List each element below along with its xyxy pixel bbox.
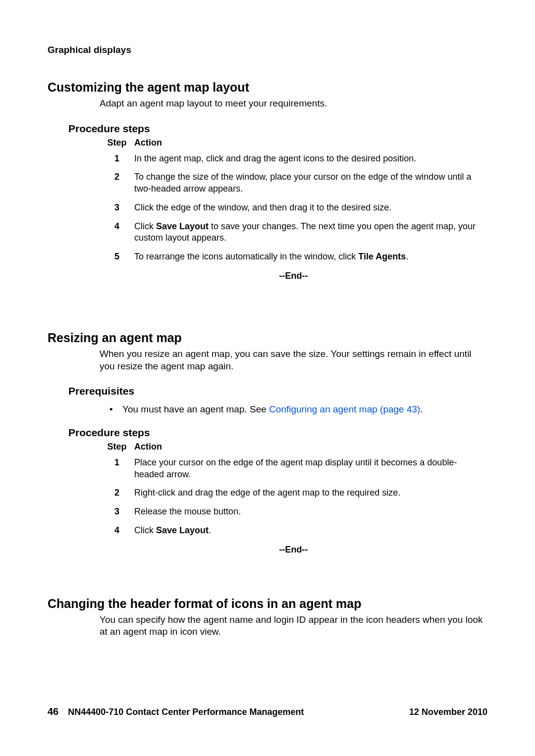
step-action: Click the edge of the window, and then d…: [134, 200, 486, 219]
text: Click: [134, 525, 156, 535]
footer-left: 46 NN44400-710 Contact Center Performanc…: [48, 706, 304, 717]
text: .: [209, 525, 211, 535]
step-number: 1: [100, 151, 134, 170]
step-number: 1: [100, 455, 134, 486]
page-footer: 46 NN44400-710 Contact Center Performanc…: [48, 706, 487, 717]
table-row: 4 Click Save Layout to save your changes…: [100, 219, 486, 250]
procedure-steps-heading: Procedure steps: [68, 123, 487, 135]
bold-text: Save Layout: [156, 221, 209, 231]
table-row: 2 To change the size of the window, plac…: [100, 169, 486, 200]
section-intro: When you resize an agent map, you can sa…: [100, 348, 487, 372]
step-action: Click Save Layout.: [134, 523, 486, 542]
table-row: 4 Click Save Layout.: [100, 523, 486, 542]
list-item-text: You must have an agent map. See Configur…: [122, 403, 423, 416]
end-marker: --End--: [100, 271, 487, 281]
document-id: NN44400-710 Contact Center Performance M…: [68, 707, 304, 717]
text: Click: [134, 221, 156, 231]
step-table: Step Action 1 In the agent map, click an…: [100, 138, 486, 268]
table-row: 1 In the agent map, click and drag the a…: [100, 151, 486, 170]
step-action: Click Save Layout to save your changes. …: [134, 219, 486, 250]
step-action: Right-click and drag the edge of the age…: [134, 485, 486, 504]
list-item: • You must have an agent map. See Config…: [109, 403, 487, 416]
table-row: 3 Release the mouse button.: [100, 504, 486, 523]
section-title-customizing: Customizing the agent map layout: [48, 80, 487, 95]
procedure-steps-heading: Procedure steps: [68, 427, 487, 439]
end-marker: --End--: [100, 545, 487, 555]
text: .: [420, 404, 423, 414]
step-action: To rearrange the icons automatically in …: [134, 249, 486, 268]
step-action: Place your cursor on the edge of the age…: [134, 455, 486, 486]
bold-text: Save Layout: [156, 525, 209, 535]
bullet-icon: •: [109, 403, 115, 416]
page-number: 46: [48, 706, 58, 717]
bold-text: Tile Agents: [358, 252, 406, 261]
step-action: In the agent map, click and drag the age…: [134, 151, 486, 170]
step-number: 3: [100, 200, 134, 219]
step-number: 3: [100, 504, 134, 523]
section-title-changing-header: Changing the header format of icons in a…: [48, 597, 487, 611]
prerequisites-heading: Prerequisites: [68, 385, 487, 397]
table-row: 5 To rearrange the icons automatically i…: [100, 249, 486, 268]
step-number: 4: [100, 523, 134, 542]
col-header-action: Action: [134, 442, 486, 455]
section-intro: Adapt an agent map layout to meet your r…: [100, 98, 487, 110]
step-number: 2: [100, 169, 134, 200]
step-number: 2: [100, 485, 134, 504]
link-configuring-agent-map[interactable]: Configuring an agent map (page 43): [269, 404, 420, 414]
section-intro: You can specify how the agent name and l…: [100, 614, 487, 638]
table-row: 1 Place your cursor on the edge of the a…: [100, 455, 486, 486]
running-header: Graphical displays: [48, 45, 487, 55]
col-header-step: Step: [100, 442, 134, 455]
col-header-step: Step: [100, 138, 134, 151]
text: To rearrange the icons automatically in …: [134, 252, 358, 261]
step-table: Step Action 1 Place your cursor on the e…: [100, 442, 486, 542]
section-title-resizing: Resizing an agent map: [48, 331, 487, 345]
text: You must have an agent map. See: [122, 404, 269, 414]
step-number: 5: [100, 249, 134, 268]
table-row: 2 Right-click and drag the edge of the a…: [100, 485, 486, 504]
text: .: [406, 252, 408, 261]
step-number: 4: [100, 219, 134, 250]
step-action: To change the size of the window, place …: [134, 169, 486, 200]
col-header-action: Action: [134, 138, 486, 151]
step-action: Release the mouse button.: [134, 504, 486, 523]
bullet-list: • You must have an agent map. See Config…: [109, 403, 487, 416]
footer-date: 12 November 2010: [409, 707, 487, 717]
table-row: 3 Click the edge of the window, and then…: [100, 200, 486, 219]
